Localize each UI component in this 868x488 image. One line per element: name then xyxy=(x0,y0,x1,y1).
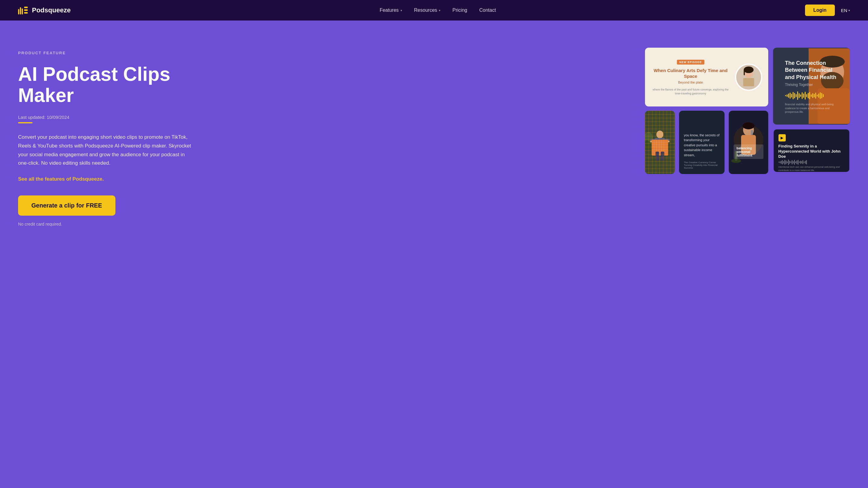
serenity-waveform-bar xyxy=(792,160,793,164)
serenity-waveform-bar xyxy=(783,161,784,164)
svg-rect-8 xyxy=(743,78,754,86)
nav-right: Login EN ▾ xyxy=(805,4,850,16)
navbar: Podsqueeze Features ▾ Resources ▾ Pricin… xyxy=(0,0,868,21)
logo-text: Podsqueeze xyxy=(32,6,70,14)
financial-title: The Connection Between Financial and Phy… xyxy=(785,60,838,81)
serenity-waveform xyxy=(778,159,844,165)
serenity-waveform-bar xyxy=(794,160,795,165)
svg-rect-40 xyxy=(751,130,753,135)
serenity-waveform-bar xyxy=(788,160,789,165)
nav-resources[interactable]: Resources ▾ xyxy=(414,7,440,13)
poster-clip-card xyxy=(645,111,675,174)
features-chevron-icon: ▾ xyxy=(401,9,402,12)
serenity-waveform-bar xyxy=(784,160,785,165)
waveform-bar xyxy=(800,94,801,97)
serenity-waveform-bar xyxy=(797,161,798,164)
clip-previews: NEW EPISODE When Culinary Arts Defy Time… xyxy=(645,45,850,174)
waveform-bar xyxy=(809,92,810,99)
serenity-header: ▶ Finding Serenity in a Hyperconnected W… xyxy=(778,134,844,159)
serenity-waveform-bar xyxy=(782,160,783,164)
serenity-waveform-bar xyxy=(798,160,799,165)
hero-content: PRODUCT FEATURE AI Podcast Clips Maker L… xyxy=(18,45,211,227)
serenity-waveform-bar xyxy=(778,162,779,163)
waveform-bar xyxy=(812,93,813,98)
serenity-waveform-bar xyxy=(805,161,806,164)
waveform-bar xyxy=(799,93,800,98)
svg-rect-10 xyxy=(744,70,745,75)
hero-date: Last updated: 10/09/2024 xyxy=(18,115,211,120)
financial-subtitle: Thriving Together xyxy=(785,83,838,87)
language-selector[interactable]: EN ▾ xyxy=(841,8,850,13)
nav-contact[interactable]: Contact xyxy=(479,7,496,13)
culinary-subtitle: Beyond the plate xyxy=(651,81,730,84)
waveform-bar xyxy=(806,94,807,97)
waveform-bar xyxy=(811,94,812,97)
waveform-bar xyxy=(786,94,787,97)
svg-rect-5 xyxy=(24,12,28,13)
nav-pricing[interactable]: Pricing xyxy=(453,7,467,13)
financial-bottom: financial stability and physical well-be… xyxy=(785,91,838,114)
generate-clip-button[interactable]: Generate a clip for FREE xyxy=(18,196,116,216)
serenity-waveform-bar xyxy=(801,161,802,164)
serenity-waveform-bar xyxy=(803,160,804,164)
waveform-bar xyxy=(797,91,798,100)
waveform-bar xyxy=(820,92,821,99)
financial-clip-card: The Connection Between Financial and Phy… xyxy=(773,48,850,124)
serenity-clip-card: ▶ Finding Serenity in a Hyperconnected W… xyxy=(773,129,850,173)
svg-rect-4 xyxy=(24,9,28,11)
culinary-text: NEW EPISODE When Culinary Arts Defy Time… xyxy=(651,59,730,95)
serenity-waveform-bar xyxy=(790,161,792,163)
waveform-bar xyxy=(817,95,818,96)
balance-text: balancing personal fulfillment xyxy=(734,144,764,159)
hero-divider xyxy=(18,122,33,123)
financial-description: financial stability and physical well-be… xyxy=(785,103,838,114)
serenity-waveform-bar xyxy=(787,161,788,163)
lang-chevron-icon: ▾ xyxy=(848,9,850,12)
waveform-bar xyxy=(785,95,786,96)
nav-features[interactable]: Features ▾ xyxy=(380,7,402,13)
waveform-bar xyxy=(793,92,794,99)
podcaster-clip-card: balancing personal fulfillment xyxy=(729,111,768,174)
culinary-title: When Culinary Arts Defy Time and Space xyxy=(651,67,730,79)
svg-point-39 xyxy=(743,122,754,130)
clips-right-column: The Connection Between Financial and Phy… xyxy=(773,48,850,173)
svg-rect-1 xyxy=(20,7,21,15)
waveform-bar xyxy=(788,93,789,98)
logo[interactable]: Podsqueeze xyxy=(18,6,70,15)
login-button[interactable]: Login xyxy=(805,4,835,16)
product-label: PRODUCT FEATURE xyxy=(18,51,211,55)
hero-description: Convert your podcast into engaging short… xyxy=(18,133,193,168)
no-credit-text: No credit card required. xyxy=(18,222,211,227)
clips-left-column: NEW EPISODE When Culinary Arts Defy Time… xyxy=(645,48,768,174)
serenity-description: intentional tech use can enhance persona… xyxy=(778,165,844,172)
serenity-waveform-bar xyxy=(789,161,790,164)
features-link[interactable]: See all the features of Podsqueeze. xyxy=(18,176,211,182)
creative-quote: you know, the secrets of transforming yo… xyxy=(684,133,720,170)
svg-rect-3 xyxy=(24,7,28,8)
logo-icon xyxy=(18,6,29,15)
serenity-footer: intentional tech use can enhance persona… xyxy=(778,159,844,172)
svg-rect-0 xyxy=(18,9,19,15)
serenity-waveform-bar xyxy=(786,161,786,164)
waveform xyxy=(785,91,838,100)
waveform-bar xyxy=(791,94,792,97)
serenity-waveform-bar xyxy=(781,161,782,164)
financial-header: The Connection Between Financial and Phy… xyxy=(785,60,838,91)
waveform-bar xyxy=(808,93,809,98)
creative-clip-card: you know, the secrets of transforming yo… xyxy=(679,111,724,174)
serenity-waveform-bar xyxy=(800,161,801,164)
new-episode-badge: NEW EPISODE xyxy=(677,60,704,64)
serenity-waveform-bar xyxy=(806,160,807,164)
culinary-description: where the flavors of the past and future… xyxy=(651,88,730,95)
serenity-waveform-bar xyxy=(799,161,800,163)
waveform-bar xyxy=(805,92,806,99)
serenity-waveform-bar xyxy=(804,162,805,163)
waveform-bar xyxy=(815,93,816,98)
culinary-image xyxy=(735,64,762,91)
hero-title: AI Podcast Clips Maker xyxy=(18,64,211,106)
nav-links: Features ▾ Resources ▾ Pricing Contact xyxy=(380,7,496,13)
svg-point-9 xyxy=(744,66,753,73)
serenity-title: Finding Serenity in a Hyperconnected Wor… xyxy=(778,144,844,159)
waveform-bar xyxy=(818,93,819,98)
waveform-bar xyxy=(803,93,804,98)
